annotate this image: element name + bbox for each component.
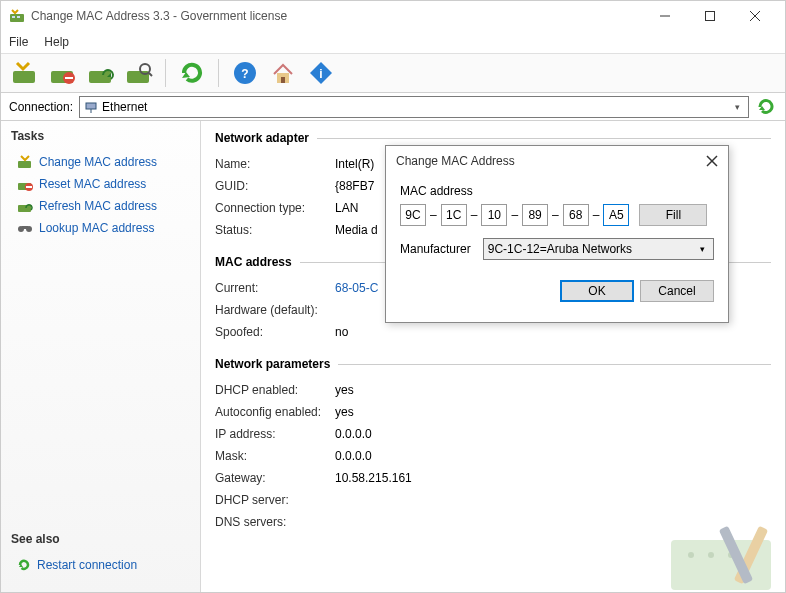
app-icon — [9, 8, 25, 24]
toolbar-lookup-mac-icon[interactable] — [123, 57, 155, 89]
manufacturer-value: 9C-1C-12=Aruba Networks — [488, 242, 632, 256]
watermark-icon — [661, 510, 786, 593]
close-button[interactable] — [732, 1, 777, 31]
field-value: yes — [335, 405, 354, 419]
chevron-down-icon: ▾ — [728, 98, 746, 116]
maximize-button[interactable] — [687, 1, 732, 31]
field-value: LAN — [335, 201, 358, 215]
toolbar-home-icon[interactable] — [267, 57, 299, 89]
task-change-mac[interactable]: Change MAC address — [11, 151, 190, 173]
section-network-parameters: Network parameters DHCP enabled:yes Auto… — [215, 357, 771, 533]
menu-help[interactable]: Help — [44, 35, 69, 49]
task-reset-mac[interactable]: Reset MAC address — [11, 173, 190, 195]
manufacturer-select[interactable]: 9C-1C-12=Aruba Networks ▾ — [483, 238, 714, 260]
svg-rect-22 — [18, 161, 31, 168]
mac-octet-row: – – – – – Fill — [400, 204, 714, 226]
field-label: Hardware (default): — [215, 303, 335, 317]
toolbar-change-mac-icon[interactable] — [9, 57, 41, 89]
field-value: {88FB7 — [335, 179, 374, 193]
field-label: IP address: — [215, 427, 335, 441]
toolbar-separator — [165, 59, 166, 87]
field-value: 0.0.0.0 — [335, 449, 372, 463]
field-label: Connection type: — [215, 201, 335, 215]
mac-octet-2[interactable] — [441, 204, 467, 226]
toolbar-reset-mac-icon[interactable] — [47, 57, 79, 89]
svg-rect-26 — [18, 205, 31, 212]
dialog-titlebar: Change MAC Address — [386, 146, 728, 176]
task-label: Reset MAC address — [39, 177, 146, 191]
mac-octet-3[interactable] — [481, 204, 507, 226]
mac-address-label: MAC address — [400, 184, 714, 198]
svg-rect-20 — [86, 103, 96, 109]
minimize-button[interactable] — [642, 1, 687, 31]
seealso-label: Restart connection — [37, 558, 137, 572]
ok-button[interactable]: OK — [560, 280, 634, 302]
mac-octet-5[interactable] — [563, 204, 589, 226]
svg-rect-12 — [127, 71, 149, 83]
manufacturer-label: Manufacturer — [400, 242, 471, 256]
menu-file[interactable]: File — [9, 35, 28, 49]
cancel-button[interactable]: Cancel — [640, 280, 714, 302]
connection-label: Connection: — [9, 100, 73, 114]
field-value: 0.0.0.0 — [335, 427, 372, 441]
toolbar-restart-icon[interactable] — [176, 57, 208, 89]
svg-rect-29 — [22, 226, 28, 229]
dash: – — [552, 208, 559, 222]
binoculars-icon — [17, 221, 33, 235]
field-label: Current: — [215, 281, 335, 295]
field-label: Gateway: — [215, 471, 335, 485]
fill-button[interactable]: Fill — [639, 204, 707, 226]
mac-octet-1[interactable] — [400, 204, 426, 226]
current-mac-link[interactable]: 68-05-C — [335, 281, 378, 295]
seealso-header: See also — [11, 532, 191, 546]
field-value: yes — [335, 383, 354, 397]
toolbar-help-icon[interactable]: ? — [229, 57, 261, 89]
nic-refresh-icon — [17, 199, 33, 213]
svg-rect-2 — [17, 16, 20, 18]
dialog-close-button[interactable] — [706, 155, 718, 167]
dash: – — [430, 208, 437, 222]
menubar: File Help — [1, 31, 785, 53]
field-label: GUID: — [215, 179, 335, 193]
field-label: DHCP server: — [215, 493, 335, 507]
dialog-title: Change MAC Address — [396, 154, 706, 168]
connection-refresh-icon[interactable] — [755, 96, 777, 118]
nic-arrow-icon — [17, 155, 33, 169]
field-label: Name: — [215, 157, 335, 171]
svg-text:?: ? — [241, 67, 248, 81]
field-label: Spoofed: — [215, 325, 335, 339]
svg-rect-25 — [26, 186, 32, 188]
section-header: Network parameters — [215, 357, 330, 371]
field-label: Autoconfig enabled: — [215, 405, 335, 419]
svg-rect-10 — [65, 77, 73, 79]
connection-bar: Connection: Ethernet ▾ — [1, 93, 785, 121]
task-label: Change MAC address — [39, 155, 157, 169]
svg-point-32 — [708, 552, 714, 558]
svg-text:i: i — [319, 67, 322, 81]
field-label: DHCP enabled: — [215, 383, 335, 397]
mac-octet-6[interactable] — [603, 204, 629, 226]
nic-remove-icon — [17, 177, 33, 191]
task-label: Refresh MAC address — [39, 199, 157, 213]
task-lookup-mac[interactable]: Lookup MAC address — [11, 217, 190, 239]
titlebar: Change MAC Address 3.3 - Government lice… — [1, 1, 785, 31]
connection-select[interactable]: Ethernet ▾ — [79, 96, 749, 118]
svg-point-31 — [688, 552, 694, 558]
ethernet-icon — [84, 100, 98, 114]
restart-icon — [17, 558, 31, 572]
field-label: DNS servers: — [215, 515, 335, 529]
seealso-restart-connection[interactable]: Restart connection — [11, 554, 191, 576]
svg-rect-18 — [281, 77, 285, 83]
chevron-down-icon: ▾ — [693, 240, 711, 258]
toolbar-info-icon[interactable]: i — [305, 57, 337, 89]
see-also-section: See also Restart connection — [11, 532, 191, 576]
sidebar: Tasks Change MAC address Reset MAC addre… — [1, 121, 201, 593]
dash: – — [593, 208, 600, 222]
mac-octet-4[interactable] — [522, 204, 548, 226]
task-refresh-mac[interactable]: Refresh MAC address — [11, 195, 190, 217]
toolbar-refresh-mac-icon[interactable] — [85, 57, 117, 89]
field-value: Media d — [335, 223, 378, 237]
toolbar-separator — [218, 59, 219, 87]
tasks-header: Tasks — [11, 129, 190, 143]
toolbar: ? i — [1, 53, 785, 93]
